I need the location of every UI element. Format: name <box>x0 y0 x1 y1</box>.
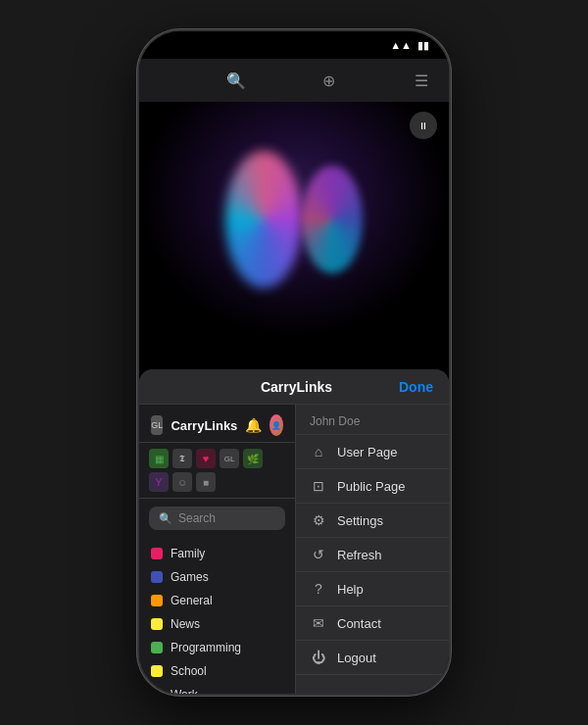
settings-icon: ⚙ <box>310 512 327 528</box>
folder-item-school[interactable]: School <box>139 659 295 683</box>
menu-item-refresh[interactable]: ↺ Refresh <box>296 538 449 572</box>
app-logo-icon: GL <box>151 415 163 435</box>
search-icon[interactable]: 🔍 <box>224 72 248 90</box>
avatar[interactable]: 👤 <box>270 414 283 436</box>
battery-icon: ▮▮ <box>417 39 429 52</box>
share-icon[interactable]: ⊕ <box>317 72 340 90</box>
user-page-label: User Page <box>337 445 397 459</box>
done-button[interactable]: Done <box>399 379 433 395</box>
search-placeholder: Search <box>178 511 216 525</box>
contact-label: Contact <box>337 616 381 631</box>
icon-leaf[interactable]: 🌿 <box>243 449 263 468</box>
menu-item-help[interactable]: ? Help <box>296 572 449 606</box>
glow-ring-inner <box>302 166 363 273</box>
icon-y[interactable]: Y <box>149 472 169 492</box>
folder-item-news[interactable]: News <box>139 612 295 636</box>
sheet-title: CarryLinks <box>194 379 399 395</box>
folder-item-games[interactable]: Games <box>139 565 295 589</box>
help-icon: ? <box>310 581 327 597</box>
public-page-icon: ⊡ <box>310 478 327 494</box>
app-header: GL CarryLinks 🔔 👤 <box>139 405 295 443</box>
contact-icon: ✉ <box>310 615 327 631</box>
search-box[interactable]: 🔍 Search <box>149 507 285 530</box>
folder-item-programming[interactable]: Programming <box>139 636 295 659</box>
icon-nyt[interactable]: 𝕿 <box>172 449 192 468</box>
phone-frame: ▲▲ ▮▮ 🔍 ⊕ ☰ ⏸ CarryLinks Done <box>137 29 451 696</box>
tabs-icon[interactable]: ☰ <box>410 72 433 90</box>
folder-item-work[interactable]: Work <box>139 683 295 694</box>
folder-color-dot <box>151 689 163 694</box>
search-icon-small: 🔍 <box>159 512 172 525</box>
folder-color-dot <box>151 665 163 677</box>
menu-item-user-page[interactable]: ⌂ User Page <box>296 435 449 469</box>
bottom-sheet: CarryLinks Done GL CarryLinks 🔔 👤 <box>139 369 449 694</box>
sheet-content: GL CarryLinks 🔔 👤 ▦ 𝕿 ♥ GL 🌿 Y ☺ <box>139 405 449 694</box>
folder-label: News <box>171 617 200 631</box>
folder-label: Family <box>171 547 205 560</box>
icon-notes[interactable]: ▦ <box>149 449 169 468</box>
menu-item-logout[interactable]: ⏻ Logout <box>296 641 449 675</box>
glow-ring-outer <box>225 151 302 288</box>
folder-color-dot <box>151 618 163 630</box>
folder-color-dot <box>151 548 163 559</box>
settings-label: Settings <box>337 513 383 528</box>
hero-section: ⏸ <box>139 102 449 337</box>
folder-label: Work <box>171 688 198 694</box>
logout-label: Logout <box>337 651 376 665</box>
folder-color-dot <box>151 571 163 583</box>
icon-face[interactable]: ☺ <box>172 472 192 492</box>
folder-label: Programming <box>171 641 241 654</box>
folder-list: Family Games General News Programming Sc… <box>139 538 295 694</box>
public-page-label: Public Page <box>337 479 405 494</box>
logout-icon: ⏻ <box>310 650 327 665</box>
safari-bar: 🔍 ⊕ ☰ <box>139 59 449 102</box>
app-icon-row: ▦ 𝕿 ♥ GL 🌿 Y ☺ ■ <box>139 443 295 499</box>
wifi-icon: ▲▲ <box>390 39 412 51</box>
menu-list: ⌂ User Page ⊡ Public Page ⚙ Settings ↺ R… <box>296 435 449 675</box>
folder-label: School <box>171 664 207 678</box>
menu-item-contact[interactable]: ✉ Contact <box>296 606 449 641</box>
icon-square[interactable]: ■ <box>196 472 216 492</box>
notification-bell-icon[interactable]: 🔔 <box>245 417 262 433</box>
refresh-icon: ↺ <box>310 547 327 562</box>
folder-label: General <box>171 594 213 607</box>
menu-item-public-page[interactable]: ⊡ Public Page <box>296 469 449 504</box>
folder-item-general[interactable]: General <box>139 589 295 612</box>
folder-item-family[interactable]: Family <box>139 542 295 565</box>
help-label: Help <box>337 582 364 597</box>
menu-item-settings[interactable]: ⚙ Settings <box>296 504 449 538</box>
user-name: John Doe <box>296 405 449 435</box>
user-page-icon: ⌂ <box>310 444 327 459</box>
folder-color-dot <box>151 595 163 606</box>
pause-button[interactable]: ⏸ <box>410 112 437 139</box>
status-bar: ▲▲ ▮▮ <box>139 31 449 59</box>
folder-color-dot <box>151 642 163 653</box>
app-name-label: CarryLinks <box>171 418 237 433</box>
folder-label: Games <box>171 570 209 584</box>
apple-glow <box>225 151 363 288</box>
icon-gl[interactable]: GL <box>220 449 239 468</box>
right-panel: John Doe ⌂ User Page ⊡ Public Page ⚙ Set… <box>296 405 449 694</box>
icon-heart[interactable]: ♥ <box>196 449 216 468</box>
refresh-label: Refresh <box>337 548 382 562</box>
sheet-title-bar: CarryLinks Done <box>139 369 449 405</box>
left-panel: GL CarryLinks 🔔 👤 ▦ 𝕿 ♥ GL 🌿 Y ☺ <box>139 405 296 694</box>
